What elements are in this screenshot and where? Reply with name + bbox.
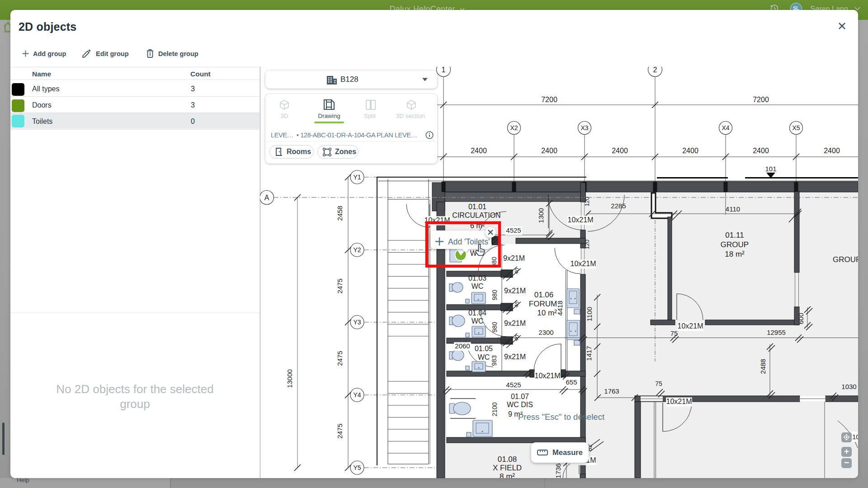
svg-text:01.11: 01.11 bbox=[725, 231, 744, 239]
svg-text:X3: X3 bbox=[580, 124, 588, 131]
svg-text:Y3: Y3 bbox=[353, 319, 361, 326]
svg-text:2400: 2400 bbox=[471, 147, 487, 155]
svg-text:GROUP: GROUP bbox=[721, 240, 749, 249]
svg-text:Y4: Y4 bbox=[353, 391, 361, 399]
svg-text:12955: 12955 bbox=[767, 328, 786, 336]
svg-text:1763: 1763 bbox=[604, 387, 619, 395]
svg-text:2: 2 bbox=[653, 67, 657, 74]
svg-text:01.03: 01.03 bbox=[468, 274, 486, 282]
svg-text:01.06: 01.06 bbox=[534, 291, 554, 299]
svg-text:2400: 2400 bbox=[824, 147, 840, 155]
svg-text:8 m²: 8 m² bbox=[500, 472, 515, 478]
svg-text:X FIELD: X FIELD bbox=[493, 464, 522, 472]
svg-text:983: 983 bbox=[491, 355, 498, 366]
svg-text:GROUP: GROUP bbox=[833, 255, 858, 264]
svg-text:10x21M: 10x21M bbox=[666, 398, 692, 405]
svg-text:4525: 4525 bbox=[506, 381, 521, 389]
svg-text:655: 655 bbox=[566, 378, 577, 386]
svg-text:75: 75 bbox=[655, 380, 662, 387]
svg-text:01.01: 01.01 bbox=[468, 203, 486, 211]
svg-text:4525: 4525 bbox=[506, 226, 521, 234]
svg-text:2475: 2475 bbox=[336, 278, 344, 293]
svg-text:01.07: 01.07 bbox=[511, 393, 529, 400]
svg-text:CIRCULATION: CIRCULATION bbox=[452, 211, 500, 219]
svg-text:101: 101 bbox=[765, 165, 776, 173]
svg-text:10x21M: 10x21M bbox=[571, 260, 596, 267]
svg-text:2400: 2400 bbox=[612, 147, 628, 155]
svg-text:7200: 7200 bbox=[541, 96, 557, 103]
svg-text:A: A bbox=[264, 194, 269, 202]
svg-text:1417: 1417 bbox=[585, 346, 593, 361]
svg-text:01.04: 01.04 bbox=[468, 309, 486, 317]
svg-text:1300: 1300 bbox=[537, 208, 545, 223]
svg-text:FORUM: FORUM bbox=[529, 300, 557, 308]
svg-text:WC: WC bbox=[478, 353, 490, 361]
svg-text:Y5: Y5 bbox=[353, 464, 361, 471]
svg-text:9x21M: 9x21M bbox=[503, 254, 525, 262]
svg-text:WC: WC bbox=[472, 282, 484, 290]
svg-text:1030: 1030 bbox=[841, 383, 856, 390]
svg-text:18 m²: 18 m² bbox=[725, 250, 745, 258]
svg-text:10x21M: 10x21M bbox=[678, 322, 703, 330]
svg-text:Y1: Y1 bbox=[353, 174, 361, 181]
svg-text:7200: 7200 bbox=[753, 96, 769, 103]
svg-text:WC DIS: WC DIS bbox=[507, 401, 533, 408]
svg-text:9x21M: 9x21M bbox=[504, 287, 526, 295]
svg-text:2300: 2300 bbox=[538, 328, 553, 336]
svg-text:120: 120 bbox=[584, 239, 590, 249]
svg-text:2475: 2475 bbox=[336, 351, 344, 366]
svg-text:10x21M: 10x21M bbox=[568, 216, 594, 224]
svg-text:9x21M: 9x21M bbox=[504, 319, 526, 327]
svg-text:2285: 2285 bbox=[611, 202, 626, 210]
svg-text:Y2: Y2 bbox=[353, 246, 361, 253]
svg-text:980: 980 bbox=[491, 290, 498, 300]
svg-text:4110: 4110 bbox=[726, 205, 740, 213]
svg-text:2400: 2400 bbox=[541, 147, 557, 155]
svg-text:2060: 2060 bbox=[455, 342, 470, 350]
svg-text:2488: 2488 bbox=[759, 359, 767, 374]
svg-text:980: 980 bbox=[491, 322, 498, 333]
svg-text:1736: 1736 bbox=[554, 463, 562, 478]
svg-text:X2: X2 bbox=[510, 124, 518, 131]
svg-text:120: 120 bbox=[584, 197, 590, 206]
svg-text:600: 600 bbox=[797, 313, 805, 324]
svg-text:Add 'Toilets': Add 'Toilets' bbox=[448, 237, 490, 246]
svg-text:75: 75 bbox=[670, 329, 678, 337]
svg-text:01.05: 01.05 bbox=[475, 345, 493, 352]
svg-text:2458: 2458 bbox=[336, 206, 344, 221]
svg-text:10 m²: 10 m² bbox=[537, 309, 557, 317]
svg-text:WC: WC bbox=[472, 317, 484, 325]
svg-text:2400: 2400 bbox=[682, 147, 698, 155]
svg-text:X4: X4 bbox=[722, 124, 729, 131]
svg-text:4418: 4418 bbox=[556, 300, 564, 315]
svg-text:2100: 2100 bbox=[491, 402, 498, 416]
svg-text:10: 10 bbox=[852, 433, 858, 441]
svg-text:13000: 13000 bbox=[286, 369, 293, 388]
svg-text:1100: 1100 bbox=[585, 307, 593, 321]
svg-text:9x21M: 9x21M bbox=[504, 353, 526, 361]
svg-text:X5: X5 bbox=[792, 124, 800, 131]
svg-text:01.08: 01.08 bbox=[498, 455, 517, 464]
svg-text:2475: 2475 bbox=[336, 423, 344, 438]
svg-text:1: 1 bbox=[442, 67, 446, 74]
svg-text:10x21M: 10x21M bbox=[535, 372, 561, 380]
svg-text:2400: 2400 bbox=[753, 147, 769, 155]
